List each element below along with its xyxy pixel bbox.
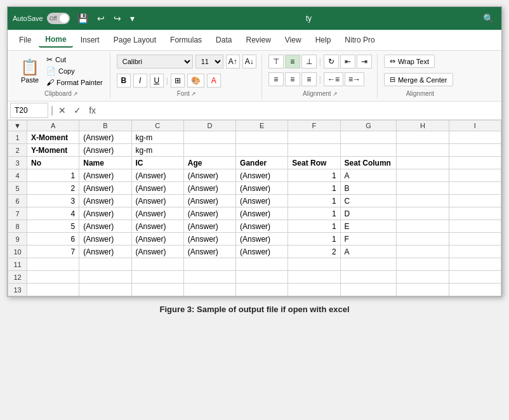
cell-d3[interactable]: Age <box>183 157 235 169</box>
cell-f5[interactable]: 1 <box>288 182 340 195</box>
cell-i4[interactable] <box>449 169 501 182</box>
clipboard-expand-icon[interactable]: ↗ <box>73 91 78 97</box>
cell-d10[interactable]: (Answer) <box>183 246 235 258</box>
cell-i13[interactable] <box>449 284 501 296</box>
redo-icon[interactable]: ↪ <box>111 12 124 25</box>
cell-g7[interactable]: D <box>340 207 397 220</box>
cell-h8[interactable] <box>397 220 449 233</box>
cell-c7[interactable]: (Answer) <box>131 207 183 220</box>
cell-h11[interactable] <box>397 258 449 271</box>
wrap-text-button[interactable]: ⇔ Wrap Text <box>384 55 435 68</box>
cell-f3[interactable]: Seat Row <box>288 157 340 169</box>
row-header-4[interactable]: 4 <box>8 169 27 182</box>
menu-data[interactable]: Data <box>209 33 238 47</box>
cell-e7[interactable]: (Answer) <box>236 207 288 220</box>
align-bottom-button[interactable]: ⊥ <box>301 55 317 69</box>
corner-header[interactable]: ▼ <box>8 121 27 131</box>
menu-insert[interactable]: Insert <box>74 33 106 47</box>
indent-right-button[interactable]: ⇥ <box>357 55 372 69</box>
cell-f8[interactable]: 1 <box>288 220 340 233</box>
cell-e12[interactable] <box>236 271 288 284</box>
cell-f11[interactable] <box>288 258 340 271</box>
cell-f10[interactable]: 2 <box>288 246 340 258</box>
cell-h9[interactable] <box>397 233 449 246</box>
cell-e13[interactable] <box>236 284 288 296</box>
cell-f13[interactable] <box>288 284 340 296</box>
menu-nitro[interactable]: Nitro Pro <box>338 33 381 47</box>
cell-b4[interactable]: (Answer) <box>79 169 131 182</box>
cell-b9[interactable]: (Answer) <box>79 233 131 246</box>
copy-action[interactable]: 📄 Copy <box>44 66 105 76</box>
cell-f1[interactable] <box>288 131 340 144</box>
cell-b13[interactable] <box>79 284 131 296</box>
cell-e6[interactable]: (Answer) <box>236 195 288 207</box>
font-family-select[interactable]: Calibri <box>117 55 193 69</box>
bold-button[interactable]: B <box>117 74 131 88</box>
menu-formulas[interactable]: Formulas <box>164 33 208 47</box>
cell-d6[interactable]: (Answer) <box>183 195 235 207</box>
menu-file[interactable]: File <box>13 33 37 47</box>
cell-g9[interactable]: F <box>340 233 397 246</box>
cell-b8[interactable]: (Answer) <box>79 220 131 233</box>
col-header-b[interactable]: B <box>79 121 131 131</box>
cell-b10[interactable]: (Answer) <box>79 246 131 258</box>
cell-f2[interactable] <box>288 144 340 157</box>
cell-c3[interactable]: IC <box>131 157 183 169</box>
row-header-8[interactable]: 8 <box>8 220 27 233</box>
row-header-1[interactable]: 1 <box>8 131 27 144</box>
cell-b5[interactable]: (Answer) <box>79 182 131 195</box>
italic-button[interactable]: I <box>133 74 147 88</box>
cell-b2[interactable]: (Answer) <box>79 144 131 157</box>
cell-e5[interactable]: (Answer) <box>236 182 288 195</box>
fill-color-button[interactable]: 🎨 <box>187 74 204 88</box>
cell-reference-input[interactable] <box>10 103 48 118</box>
cell-a3[interactable]: No <box>27 157 79 169</box>
cell-a13[interactable] <box>27 284 79 296</box>
cell-a11[interactable] <box>27 258 79 271</box>
col-header-g[interactable]: G <box>340 121 397 131</box>
decrease-indent-button[interactable]: ←≡ <box>324 72 343 86</box>
menu-help[interactable]: Help <box>309 33 338 47</box>
customize-icon[interactable]: ▾ <box>128 12 137 25</box>
paste-button[interactable]: 📋 Paste <box>18 57 42 85</box>
cell-a4[interactable]: 1 <box>27 169 79 182</box>
toggle-container[interactable]: Off <box>47 13 70 24</box>
cell-e11[interactable] <box>236 258 288 271</box>
increase-indent-button[interactable]: ≡→ <box>345 72 364 86</box>
cell-b7[interactable]: (Answer) <box>79 207 131 220</box>
cell-i9[interactable] <box>449 233 501 246</box>
cut-action[interactable]: ✂ Cut <box>44 55 105 65</box>
cell-b6[interactable]: (Answer) <box>79 195 131 207</box>
col-header-e[interactable]: E <box>236 121 288 131</box>
cell-h6[interactable] <box>397 195 449 207</box>
border-button[interactable]: ⊞ <box>171 74 185 88</box>
cell-d13[interactable] <box>183 284 235 296</box>
cell-b1[interactable]: (Answer) <box>79 131 131 144</box>
row-header-6[interactable]: 6 <box>8 195 27 207</box>
cell-f12[interactable] <box>288 271 340 284</box>
cell-c6[interactable]: (Answer) <box>131 195 183 207</box>
row-header-3[interactable]: 3 <box>8 157 27 169</box>
cell-f4[interactable]: 1 <box>288 169 340 182</box>
row-header-12[interactable]: 12 <box>8 271 27 284</box>
cell-h1[interactable] <box>397 131 449 144</box>
cell-i5[interactable] <box>449 182 501 195</box>
cell-c9[interactable]: (Answer) <box>131 233 183 246</box>
cell-c8[interactable]: (Answer) <box>131 220 183 233</box>
align-top-button[interactable]: ⊤ <box>268 55 284 69</box>
row-header-13[interactable]: 13 <box>8 284 27 296</box>
undo-icon[interactable]: ↩ <box>95 12 107 25</box>
format-painter-action[interactable]: 🖌 Format Painter <box>44 77 105 88</box>
cell-a9[interactable]: 6 <box>27 233 79 246</box>
alignment-expand-icon[interactable]: ↗ <box>333 91 338 97</box>
cell-g1[interactable] <box>340 131 397 144</box>
cell-h10[interactable] <box>397 246 449 258</box>
cell-i2[interactable] <box>449 144 501 157</box>
cell-e8[interactable]: (Answer) <box>236 220 288 233</box>
row-header-7[interactable]: 7 <box>8 207 27 220</box>
cell-e10[interactable]: (Answer) <box>236 246 288 258</box>
cell-i7[interactable] <box>449 207 501 220</box>
cell-d9[interactable]: (Answer) <box>183 233 235 246</box>
row-header-10[interactable]: 10 <box>8 246 27 258</box>
formula-input[interactable] <box>101 105 499 116</box>
